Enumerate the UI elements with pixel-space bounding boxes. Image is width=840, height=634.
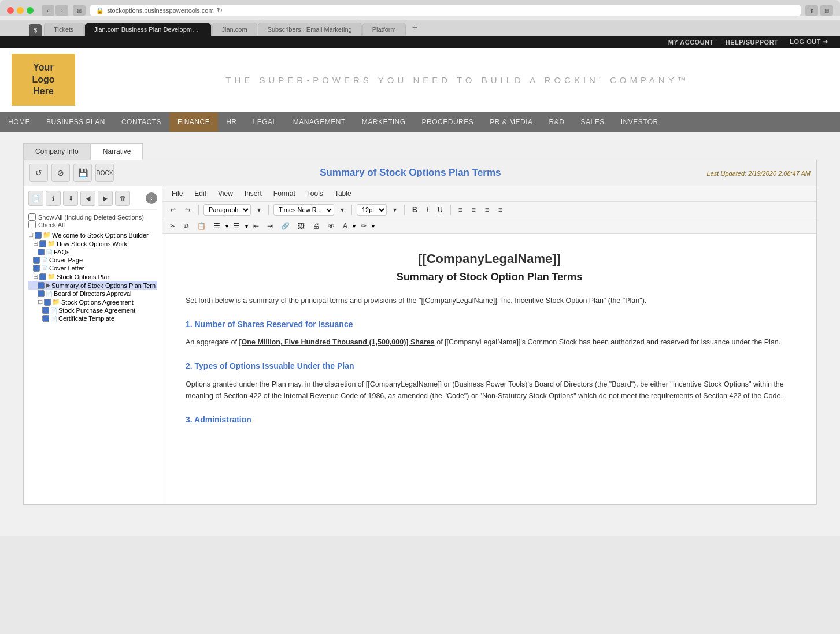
- tree-delete-icon[interactable]: 🗑: [115, 191, 130, 206]
- nav-legal[interactable]: LEGAL: [245, 112, 285, 132]
- align-right-button[interactable]: ≡: [482, 205, 492, 215]
- tree-item-how[interactable]: ⊟ 📁 How Stock Options Work: [28, 239, 157, 248]
- underline-button[interactable]: U: [435, 205, 446, 215]
- add-tab-button[interactable]: +: [406, 20, 423, 36]
- check-all-label[interactable]: Check All: [28, 221, 157, 228]
- ol-dropdown[interactable]: ▾: [245, 223, 248, 229]
- bold-button[interactable]: B: [409, 205, 420, 215]
- list-dropdown[interactable]: ▾: [225, 223, 228, 229]
- nav-sales[interactable]: SALES: [572, 112, 612, 132]
- tab-subscribers[interactable]: Subscribers : Email Marketing: [258, 23, 362, 36]
- font-dropdown-arrow[interactable]: ▾: [338, 205, 347, 215]
- tree-item-board[interactable]: 📄 Board of Directors Approval: [28, 290, 157, 298]
- minimize-button[interactable]: [17, 7, 24, 14]
- tab-tickets[interactable]: Tickets: [44, 23, 83, 36]
- tree-item-faqs[interactable]: 📄 FAQs: [28, 248, 157, 256]
- menu-insert[interactable]: Insert: [242, 188, 264, 199]
- style-select[interactable]: Paragraph: [203, 204, 251, 216]
- collapse-panel-button[interactable]: ‹: [146, 192, 157, 204]
- back-button[interactable]: ‹: [42, 5, 54, 16]
- nav-business-plan[interactable]: BUSINESS PLAN: [38, 112, 113, 132]
- indent-increase-button[interactable]: ⇥: [264, 221, 276, 231]
- log-out-link[interactable]: LOG OUT ➜: [790, 38, 828, 46]
- tree-info-icon[interactable]: ℹ: [46, 191, 61, 206]
- save-button[interactable]: 💾: [73, 164, 92, 182]
- link-button[interactable]: 🔗: [278, 221, 293, 231]
- indent-decrease-button[interactable]: ⇤: [250, 221, 262, 231]
- menu-view[interactable]: View: [216, 188, 235, 199]
- reload-button[interactable]: ↻: [217, 6, 223, 14]
- menu-table[interactable]: Table: [332, 188, 354, 199]
- tab-jian[interactable]: Jian.com: [212, 23, 257, 36]
- undo-button[interactable]: ↺: [29, 164, 48, 182]
- nav-management[interactable]: MANAGEMENT: [285, 112, 354, 132]
- show-all-label[interactable]: Show All (Including Deleted Sections): [28, 213, 157, 221]
- nav-pr-media[interactable]: PR & MEDIA: [482, 112, 541, 132]
- cut-button[interactable]: ✂: [167, 221, 179, 231]
- list-button[interactable]: ☰: [211, 221, 223, 231]
- redo-text-button[interactable]: ↪: [182, 205, 194, 215]
- align-left-button[interactable]: ≡: [456, 205, 465, 215]
- font-select[interactable]: Times New R...: [273, 204, 334, 216]
- style-dropdown-arrow[interactable]: ▾: [254, 205, 264, 215]
- paste-button[interactable]: 📋: [194, 221, 209, 231]
- nav-home[interactable]: HOME: [0, 112, 38, 132]
- nav-finance[interactable]: FINANCE: [169, 112, 218, 132]
- tree-down-icon[interactable]: ⬇: [63, 191, 78, 206]
- nav-investor[interactable]: INVESTOR: [613, 112, 667, 132]
- align-justify-button[interactable]: ≡: [495, 205, 505, 215]
- no-button[interactable]: ⊘: [51, 164, 70, 182]
- tab-jian-biz-plan[interactable]: Jian.com Business Plan Development Tool.…: [84, 23, 212, 36]
- nav-rnd[interactable]: R&D: [541, 112, 573, 132]
- close-button[interactable]: [7, 7, 14, 14]
- font-color-button[interactable]: A: [340, 221, 350, 231]
- window-toggle-button[interactable]: ⊞: [73, 5, 86, 16]
- menu-format[interactable]: Format: [271, 188, 298, 199]
- tree-item-welcome[interactable]: ⊟ 📁 Welcome to Stock Options Builder: [28, 231, 157, 239]
- menu-tools[interactable]: Tools: [305, 188, 325, 199]
- tree-item-options-agreement[interactable]: ⊟ 📁 Stock Options Agreement: [28, 298, 157, 306]
- highlight-dropdown[interactable]: ▾: [372, 223, 375, 229]
- show-all-checkbox[interactable]: [28, 213, 36, 221]
- address-bar[interactable]: 🔒 stockoptions.businesspowertools.com ↻: [90, 5, 801, 16]
- maximize-button[interactable]: [27, 7, 34, 14]
- nav-hr[interactable]: HR: [218, 112, 245, 132]
- help-support-link[interactable]: HELP/SUPPORT: [726, 39, 779, 46]
- share-button[interactable]: ⬆: [805, 5, 818, 16]
- preview-button[interactable]: 👁: [325, 221, 338, 231]
- tree-prev-icon[interactable]: ◀: [80, 191, 95, 206]
- menu-file[interactable]: File: [169, 188, 185, 199]
- nav-procedures[interactable]: PROCEDURES: [414, 112, 482, 132]
- my-account-link[interactable]: MY ACCOUNT: [668, 39, 714, 46]
- size-select[interactable]: 12pt: [357, 204, 387, 216]
- tab-narrative[interactable]: Narrative: [91, 143, 143, 160]
- font-color-dropdown[interactable]: ▾: [353, 223, 356, 229]
- nav-contacts[interactable]: CONTACTS: [113, 112, 169, 132]
- tree-item-cover-letter[interactable]: 📄 Cover Letter: [28, 264, 157, 272]
- new-tab-button[interactable]: ⊞: [820, 5, 833, 16]
- print-button[interactable]: 🖨: [310, 221, 323, 231]
- ordered-list-button[interactable]: ☰: [231, 221, 243, 231]
- tree-item-summary[interactable]: ▶ Summary of Stock Options Plan Tern: [28, 281, 157, 290]
- undo-text-button[interactable]: ↩: [167, 205, 179, 215]
- check-all-checkbox[interactable]: [28, 221, 36, 228]
- tree-item-cover-page[interactable]: 📄 Cover Page: [28, 256, 157, 264]
- align-center-button[interactable]: ≡: [469, 205, 479, 215]
- tab-platform[interactable]: Platform: [362, 23, 406, 36]
- italic-button[interactable]: I: [424, 205, 431, 215]
- copy-button[interactable]: ⧉: [181, 221, 192, 231]
- size-dropdown-arrow[interactable]: ▾: [390, 205, 399, 215]
- nav-marketing[interactable]: MARKETING: [354, 112, 414, 132]
- tree-next-icon[interactable]: ▶: [98, 191, 113, 206]
- tree-new-icon[interactable]: 📄: [28, 191, 43, 206]
- tree-item-stock-options-plan[interactable]: ⊟ 📁 Stock Options Plan: [28, 272, 157, 281]
- highlight-button[interactable]: ✏: [358, 221, 369, 231]
- dollar-tab[interactable]: $: [29, 24, 42, 36]
- forward-button[interactable]: ›: [55, 5, 68, 16]
- tab-company-info[interactable]: Company Info: [23, 143, 91, 160]
- tree-item-certificate[interactable]: 📄 Certificate Template: [28, 314, 157, 322]
- tree-item-purchase-agreement[interactable]: 📄 Stock Purchase Agreement: [28, 306, 157, 314]
- menu-edit[interactable]: Edit: [192, 188, 209, 199]
- doc-content[interactable]: [[CompanyLegalName]] Summary of Stock Op…: [162, 234, 816, 504]
- docx-export-button[interactable]: DOCX: [95, 164, 114, 182]
